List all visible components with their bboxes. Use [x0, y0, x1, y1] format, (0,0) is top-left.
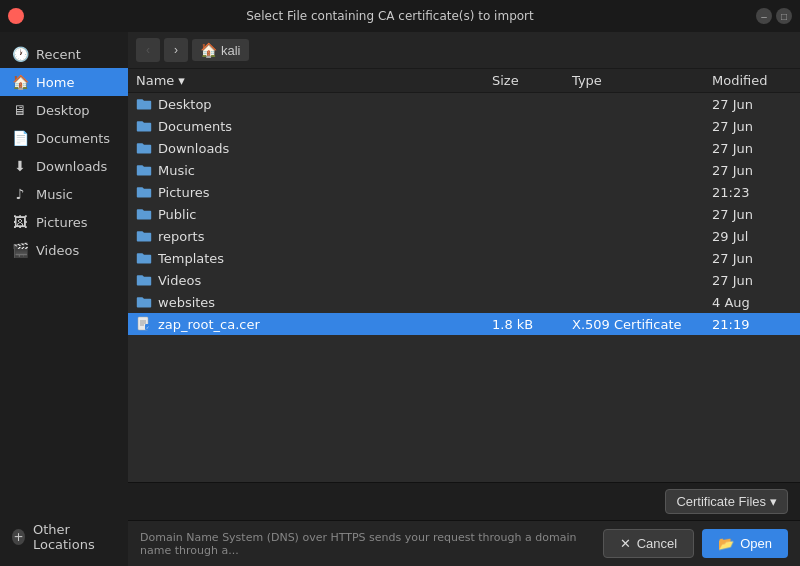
- folder-icon: [136, 228, 152, 244]
- open-button[interactable]: 📂 Open: [702, 529, 788, 558]
- column-type[interactable]: Type: [572, 73, 712, 88]
- action-bar: Domain Name System (DNS) over HTTPS send…: [128, 520, 800, 566]
- sidebar-item-label: Desktop: [36, 103, 90, 118]
- file-name: Downloads: [136, 140, 492, 156]
- file-modified: 21:19: [712, 317, 792, 332]
- folder-icon: [136, 294, 152, 310]
- file-name: Music: [136, 162, 492, 178]
- folder-icon: [136, 206, 152, 222]
- folder-icon: [136, 184, 152, 200]
- table-row[interactable]: Public 27 Jun: [128, 203, 800, 225]
- home-breadcrumb-icon: 🏠: [200, 42, 217, 58]
- hint-text: Domain Name System (DNS) over HTTPS send…: [140, 531, 603, 557]
- file-modified: 27 Jun: [712, 163, 792, 178]
- file-modified: 27 Jun: [712, 251, 792, 266]
- column-modified[interactable]: Modified: [712, 73, 792, 88]
- file-name: Desktop: [136, 96, 492, 112]
- table-row[interactable]: Pictures 21:23: [128, 181, 800, 203]
- sidebar-item-label: Documents: [36, 131, 110, 146]
- window-controls[interactable]: [8, 8, 24, 24]
- back-icon: ‹: [146, 43, 150, 57]
- table-row[interactable]: Documents 27 Jun: [128, 115, 800, 137]
- file-modified: 21:23: [712, 185, 792, 200]
- videos-icon: 🎬: [12, 242, 28, 258]
- file-type: X.509 Certificate: [572, 317, 712, 332]
- sidebar-item-music[interactable]: ♪ Music: [0, 180, 128, 208]
- forward-button[interactable]: ›: [164, 38, 188, 62]
- cert-icon: ✓: [136, 316, 152, 332]
- column-name[interactable]: Name ▾: [136, 73, 492, 88]
- table-row[interactable]: ✓ zap_root_ca.cer 1.8 kB X.509 Certifica…: [128, 313, 800, 335]
- table-row[interactable]: Downloads 27 Jun: [128, 137, 800, 159]
- open-icon: 📂: [718, 536, 734, 551]
- sidebar-item-label: Videos: [36, 243, 79, 258]
- open-label: Open: [740, 536, 772, 551]
- sidebar-item-downloads[interactable]: ⬇ Downloads: [0, 152, 128, 180]
- right-panel: ‹ › 🏠 kali Name ▾ Size Type Modifie: [128, 32, 800, 566]
- bottom-bar: Certificate Files ▾: [128, 482, 800, 520]
- file-modified: 27 Jun: [712, 119, 792, 134]
- file-name: Public: [136, 206, 492, 222]
- file-list-header: Name ▾ Size Type Modified: [128, 69, 800, 93]
- sidebar-item-pictures[interactable]: 🖼 Pictures: [0, 208, 128, 236]
- sidebar-item-documents[interactable]: 📄 Documents: [0, 124, 128, 152]
- toolbar: ‹ › 🏠 kali: [128, 32, 800, 69]
- folder-icon: [136, 140, 152, 156]
- column-size[interactable]: Size: [492, 73, 572, 88]
- sidebar: 🕐 Recent 🏠 Home 🖥 Desktop 📄 Documents ⬇ …: [0, 32, 128, 566]
- file-list: Desktop 27 Jun Documents 27 Jun Download…: [128, 93, 800, 482]
- table-row[interactable]: Videos 27 Jun: [128, 269, 800, 291]
- location-label: kali: [221, 43, 241, 58]
- cancel-button[interactable]: ✕ Cancel: [603, 529, 694, 558]
- filter-dropdown-icon: ▾: [770, 494, 777, 509]
- table-row[interactable]: Music 27 Jun: [128, 159, 800, 181]
- sidebar-item-other-locations[interactable]: + Other Locations: [0, 516, 128, 558]
- back-button[interactable]: ‹: [136, 38, 160, 62]
- file-modified: 27 Jun: [712, 97, 792, 112]
- sidebar-item-label: Recent: [36, 47, 81, 62]
- file-name-label: Pictures: [158, 185, 209, 200]
- sidebar-item-recent[interactable]: 🕐 Recent: [0, 40, 128, 68]
- file-modified: 27 Jun: [712, 273, 792, 288]
- documents-icon: 📄: [12, 130, 28, 146]
- file-modified: 29 Jul: [712, 229, 792, 244]
- music-icon: ♪: [12, 186, 28, 202]
- folder-icon: [136, 118, 152, 134]
- table-row[interactable]: Desktop 27 Jun: [128, 93, 800, 115]
- file-name: ✓ zap_root_ca.cer: [136, 316, 492, 332]
- file-name-label: Downloads: [158, 141, 229, 156]
- file-name-label: reports: [158, 229, 204, 244]
- svg-text:✓: ✓: [146, 325, 149, 330]
- file-name-label: Music: [158, 163, 195, 178]
- pictures-icon: 🖼: [12, 214, 28, 230]
- sidebar-item-label: Pictures: [36, 215, 87, 230]
- table-row[interactable]: Templates 27 Jun: [128, 247, 800, 269]
- file-modified: 27 Jun: [712, 141, 792, 156]
- file-name: Documents: [136, 118, 492, 134]
- folder-icon: [136, 250, 152, 266]
- minimize-button[interactable]: –: [756, 8, 772, 24]
- window-right-controls[interactable]: – □: [756, 8, 792, 24]
- table-row[interactable]: websites 4 Aug: [128, 291, 800, 313]
- folder-icon: [136, 96, 152, 112]
- sidebar-bottom: + Other Locations: [0, 516, 128, 558]
- sidebar-item-videos[interactable]: 🎬 Videos: [0, 236, 128, 264]
- desktop-icon: 🖥: [12, 102, 28, 118]
- sidebar-item-desktop[interactable]: 🖥 Desktop: [0, 96, 128, 124]
- close-button[interactable]: [8, 8, 24, 24]
- file-name-label: websites: [158, 295, 215, 310]
- sidebar-item-label: Downloads: [36, 159, 107, 174]
- file-name: reports: [136, 228, 492, 244]
- sidebar-item-home[interactable]: 🏠 Home: [0, 68, 128, 96]
- file-modified: 4 Aug: [712, 295, 792, 310]
- file-name-label: Public: [158, 207, 196, 222]
- forward-icon: ›: [174, 43, 178, 57]
- window-title: Select File containing CA certificate(s)…: [24, 9, 756, 23]
- file-size: 1.8 kB: [492, 317, 572, 332]
- table-row[interactable]: reports 29 Jul: [128, 225, 800, 247]
- maximize-button[interactable]: □: [776, 8, 792, 24]
- location-button[interactable]: 🏠 kali: [192, 39, 249, 61]
- downloads-icon: ⬇: [12, 158, 28, 174]
- filter-dropdown[interactable]: Certificate Files ▾: [665, 489, 788, 514]
- filter-label: Certificate Files: [676, 494, 766, 509]
